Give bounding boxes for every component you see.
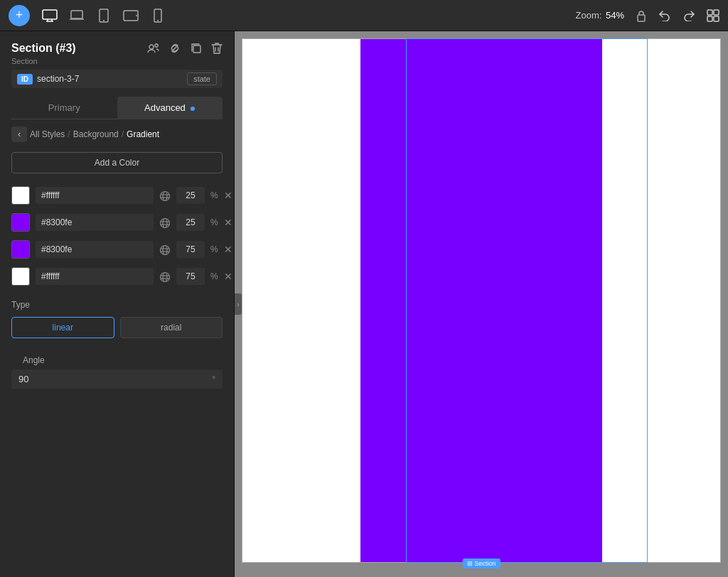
tab-advanced-dot <box>191 107 195 111</box>
remove-stop-1[interactable]: ✕ <box>224 190 232 201</box>
add-color-button[interactable]: Add a Color <box>11 152 223 173</box>
globe-icon-4[interactable] <box>159 270 171 282</box>
color-swatch-4[interactable] <box>11 267 30 286</box>
type-linear-button[interactable]: linear <box>11 317 114 338</box>
type-section: Type linear radial <box>0 293 234 345</box>
breadcrumb-background[interactable]: Background <box>73 129 119 139</box>
percent-input-3[interactable] <box>176 241 205 258</box>
svg-rect-14 <box>707 16 712 21</box>
duplicate-icon[interactable] <box>190 41 203 55</box>
percent-input-4[interactable] <box>176 268 205 285</box>
svg-point-34 <box>163 272 167 281</box>
type-buttons: linear radial <box>0 314 234 345</box>
canvas-inner <box>242 38 721 563</box>
undo-icon[interactable] <box>658 10 671 21</box>
share-icon[interactable] <box>147 41 160 55</box>
angle-section: Angle ° <box>0 345 234 400</box>
panel-subtitle: Section <box>11 57 223 65</box>
breadcrumb-back-button[interactable]: ‹ <box>11 126 27 142</box>
svg-point-17 <box>155 44 158 47</box>
remove-stop-4[interactable]: ✕ <box>224 271 232 282</box>
laptop-device-icon[interactable] <box>68 9 85 23</box>
svg-point-25 <box>161 218 170 227</box>
percent-input-1[interactable] <box>176 187 205 204</box>
globe-icon-1[interactable] <box>159 189 171 201</box>
color-swatch-3[interactable] <box>11 240 30 259</box>
color-stops-list: % ✕ % ✕ <box>0 179 234 293</box>
globe-icon-2[interactable] <box>159 216 171 228</box>
percent-input-2[interactable] <box>176 214 205 231</box>
percent-sign-2: % <box>210 217 218 227</box>
back-chevron-icon: ‹ <box>18 129 21 139</box>
svg-point-29 <box>161 245 170 254</box>
breadcrumb-sep-1: / <box>68 129 70 139</box>
canvas-area: › ⊞ Section <box>235 31 728 577</box>
type-radial-button[interactable]: radial <box>120 317 223 338</box>
tab-advanced[interactable]: Advanced <box>117 97 223 119</box>
tablet-portrait-device-icon[interactable] <box>95 9 112 23</box>
color-swatch-2[interactable] <box>11 213 30 232</box>
color-stop-row: % ✕ <box>0 236 234 263</box>
id-row: ID state <box>11 70 223 88</box>
add-button[interactable]: + <box>9 5 30 26</box>
pages-icon[interactable] <box>707 9 719 22</box>
breadcrumb-gradient[interactable]: Gradient <box>127 129 159 139</box>
globe-icon-3[interactable] <box>159 243 171 255</box>
lock-icon[interactable] <box>636 9 647 22</box>
panel-tabs: Primary Advanced <box>11 97 223 119</box>
id-input[interactable] <box>37 74 183 84</box>
angle-input[interactable] <box>18 374 212 384</box>
angle-input-wrapper: ° <box>11 370 223 389</box>
top-toolbar: + <box>0 0 728 31</box>
angle-section-label: Angle <box>11 348 223 370</box>
panel-title-actions <box>147 41 223 55</box>
main-area: Section (#3) <box>0 31 728 577</box>
percent-sign-4: % <box>210 271 218 281</box>
color-stop-row: % ✕ <box>0 182 234 209</box>
color-hex-input-3[interactable] <box>36 241 154 258</box>
panel-title-row: Section (#3) <box>11 41 223 55</box>
svg-rect-15 <box>714 16 719 21</box>
breadcrumb-all-styles[interactable]: All Styles <box>30 129 65 139</box>
svg-rect-4 <box>71 11 82 18</box>
link-icon[interactable] <box>168 41 181 55</box>
zoom-label: Zoom: 54% <box>576 10 625 21</box>
percent-sign-3: % <box>210 244 218 254</box>
color-hex-input-2[interactable] <box>36 214 154 231</box>
color-hex-input-1[interactable] <box>36 187 154 204</box>
svg-point-10 <box>157 20 159 21</box>
type-section-label: Type <box>0 293 234 314</box>
breadcrumb-sep-2: / <box>122 129 124 139</box>
panel-header: Section (#3) <box>0 31 234 70</box>
mobile-device-icon[interactable] <box>149 9 166 23</box>
remove-stop-2[interactable]: ✕ <box>224 217 232 228</box>
degree-sign: ° <box>212 374 215 384</box>
svg-point-30 <box>163 245 167 254</box>
color-hex-input-4[interactable] <box>36 268 154 285</box>
svg-rect-11 <box>638 15 645 21</box>
remove-stop-3[interactable]: ✕ <box>224 244 232 255</box>
redo-icon[interactable] <box>682 10 695 21</box>
plus-icon: + <box>16 8 23 23</box>
zoom-value[interactable]: 54% <box>606 10 624 21</box>
breadcrumb: ‹ All Styles / Background / Gradient <box>0 119 234 146</box>
delete-icon[interactable] <box>211 41 223 55</box>
state-button[interactable]: state <box>187 72 217 85</box>
panel-title-text: Section (#3) <box>11 42 76 55</box>
canvas-purple-section[interactable] <box>360 38 602 563</box>
tablet-landscape-device-icon[interactable] <box>122 9 139 23</box>
left-panel: Section (#3) <box>0 31 235 577</box>
svg-rect-18 <box>193 45 200 53</box>
svg-point-33 <box>161 272 170 281</box>
panel-toggle[interactable]: › <box>235 293 242 315</box>
svg-rect-13 <box>714 10 719 15</box>
tab-primary[interactable]: Primary <box>11 97 117 119</box>
svg-point-16 <box>149 45 154 49</box>
section-label-tag: ⊞ Section <box>463 559 500 568</box>
percent-sign-1: % <box>210 190 218 200</box>
svg-point-21 <box>161 191 170 200</box>
desktop-device-icon[interactable] <box>41 9 58 23</box>
svg-point-26 <box>163 218 167 227</box>
device-switcher <box>41 9 166 23</box>
color-swatch-1[interactable] <box>11 186 30 205</box>
